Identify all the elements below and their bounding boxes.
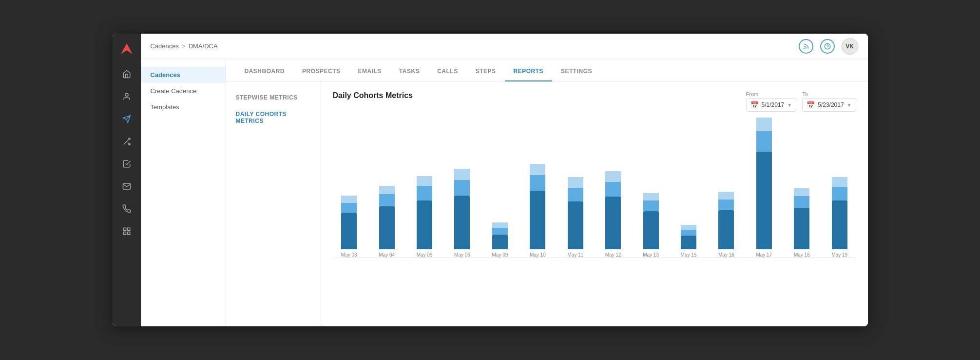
sidebar-cadences-icon[interactable] bbox=[117, 110, 136, 128]
bar-label: May 10 bbox=[530, 252, 546, 258]
bar-seg-light bbox=[794, 188, 809, 196]
bar-label: May 15 bbox=[681, 252, 697, 258]
bar-seg-light bbox=[756, 118, 772, 131]
bar-seg-light bbox=[643, 193, 659, 200]
bar-label: May 03 bbox=[341, 252, 357, 258]
sidebar-email-icon[interactable] bbox=[117, 177, 136, 196]
user-avatar[interactable]: VK bbox=[842, 38, 858, 55]
to-date-value: 5/23/2017 bbox=[818, 101, 844, 108]
bar-seg-light bbox=[718, 192, 734, 200]
bar-seg-mid bbox=[794, 196, 809, 208]
tab-settings[interactable]: SETTINGS bbox=[552, 68, 601, 81]
bar-chart: May 03May 04May 05May 06May 09May 10May … bbox=[333, 121, 856, 258]
bar-label: May 11 bbox=[567, 252, 583, 258]
to-dropdown-icon: ▼ bbox=[847, 102, 852, 108]
tab-reports[interactable]: REPORTS bbox=[505, 68, 553, 81]
sidebar-shuffle-icon[interactable] bbox=[117, 132, 136, 151]
bar-stack bbox=[492, 222, 508, 249]
bar-seg-light bbox=[379, 186, 395, 194]
bar-group: May 18 bbox=[786, 188, 818, 258]
nav-item-cadences[interactable]: Cadences bbox=[141, 67, 226, 83]
svg-marker-0 bbox=[121, 43, 133, 54]
bar-stack bbox=[379, 186, 395, 249]
from-label: From bbox=[746, 91, 797, 97]
sidebar-contacts-icon[interactable] bbox=[117, 87, 136, 106]
svg-rect-7 bbox=[127, 228, 130, 230]
subnav-daily-cohorts[interactable]: DAILY COHORTS METRICS bbox=[226, 106, 321, 129]
nav-item-create[interactable]: Create Cadence bbox=[141, 83, 226, 99]
top-actions: VK bbox=[799, 38, 858, 55]
bar-seg-mid bbox=[643, 200, 659, 211]
bar-seg-mid bbox=[718, 200, 734, 210]
tab-emails[interactable]: EMAILS bbox=[349, 68, 390, 81]
from-date-input[interactable]: 📅 5/1/2017 ▼ bbox=[746, 98, 797, 112]
bar-chart-container: May 03May 04May 05May 06May 09May 10May … bbox=[333, 121, 856, 278]
icon-sidebar bbox=[113, 34, 141, 326]
to-date-input[interactable]: 📅 5/23/2017 ▼ bbox=[802, 98, 856, 112]
sidebar-home-icon[interactable] bbox=[117, 65, 136, 83]
bar-seg-dark bbox=[530, 191, 545, 249]
report-area: STEPWISE METRICS DAILY COHORTS METRICS D… bbox=[226, 81, 868, 326]
from-dropdown-icon: ▼ bbox=[787, 102, 792, 108]
tabs-bar: DASHBOARD PROSPECTS EMAILS TASKS CALLS S… bbox=[226, 59, 868, 81]
svg-rect-9 bbox=[123, 232, 126, 235]
bar-stack bbox=[530, 164, 545, 249]
breadcrumb-separator: > bbox=[182, 42, 186, 50]
chart-header: Daily Cohorts Metrics From 📅 5/1/2017 ▼ bbox=[333, 91, 856, 112]
bar-seg-light bbox=[341, 196, 357, 203]
bar-label: May 06 bbox=[454, 252, 470, 258]
to-date-field: To 📅 5/23/2017 ▼ bbox=[802, 91, 856, 112]
bar-seg-dark bbox=[568, 201, 583, 249]
tab-dashboard[interactable]: DASHBOARD bbox=[236, 68, 294, 81]
bar-seg-dark bbox=[718, 210, 734, 249]
from-date-value: 5/1/2017 bbox=[762, 101, 785, 108]
chart-panel: Daily Cohorts Metrics From 📅 5/1/2017 ▼ bbox=[321, 81, 868, 326]
bar-group: May 04 bbox=[370, 186, 403, 258]
sidebar-phone-icon[interactable] bbox=[117, 200, 136, 218]
bar-seg-mid bbox=[756, 131, 772, 152]
bar-stack bbox=[417, 176, 432, 249]
bar-seg-light bbox=[568, 177, 583, 188]
bar-seg-dark bbox=[341, 213, 357, 249]
top-header: Cadences > DMA/DCA bbox=[141, 34, 868, 59]
bar-label: May 19 bbox=[831, 252, 847, 258]
bar-seg-mid bbox=[530, 175, 545, 191]
feed-button[interactable] bbox=[799, 39, 813, 54]
bar-seg-mid bbox=[417, 186, 432, 200]
bar-label: May 16 bbox=[718, 252, 734, 258]
bar-seg-dark bbox=[756, 152, 772, 249]
tab-calls[interactable]: CALLS bbox=[428, 68, 467, 81]
bar-group: May 09 bbox=[483, 222, 516, 258]
to-calendar-icon: 📅 bbox=[807, 101, 815, 109]
sidebar-tasks-icon[interactable] bbox=[117, 155, 136, 173]
app-logo[interactable] bbox=[119, 40, 135, 56]
subnav-stepwise[interactable]: STEPWISE METRICS bbox=[226, 89, 321, 106]
bar-seg-mid bbox=[605, 182, 621, 197]
bar-group: May 16 bbox=[710, 192, 743, 258]
bar-seg-dark bbox=[454, 196, 470, 249]
tab-steps[interactable]: STEPS bbox=[467, 68, 505, 81]
bar-group: May 11 bbox=[559, 177, 592, 258]
from-calendar-icon: 📅 bbox=[750, 101, 759, 109]
tab-tasks[interactable]: TASKS bbox=[390, 68, 428, 81]
bar-label: May 09 bbox=[492, 252, 508, 258]
bar-label: May 05 bbox=[417, 252, 433, 258]
bar-seg-light bbox=[530, 164, 545, 175]
sidebar-grid-icon[interactable] bbox=[117, 222, 136, 240]
svg-rect-8 bbox=[127, 232, 130, 235]
bar-group: May 19 bbox=[823, 177, 856, 258]
bar-stack bbox=[568, 177, 583, 249]
nav-item-templates[interactable]: Templates bbox=[141, 99, 226, 115]
tabs-and-main: DASHBOARD PROSPECTS EMAILS TASKS CALLS S… bbox=[226, 59, 868, 326]
breadcrumb-current: DMA/DCA bbox=[189, 42, 218, 50]
tab-prospects[interactable]: PROSPECTS bbox=[293, 68, 349, 81]
bar-seg-light bbox=[492, 222, 508, 228]
bar-seg-dark bbox=[492, 235, 508, 249]
breadcrumb-root[interactable]: Cadences bbox=[151, 42, 179, 50]
bar-seg-mid bbox=[492, 228, 508, 235]
to-label: To bbox=[802, 91, 856, 97]
help-button[interactable] bbox=[820, 39, 835, 54]
bar-group: May 15 bbox=[672, 225, 705, 258]
bar-seg-mid bbox=[681, 230, 696, 236]
bar-seg-dark bbox=[379, 206, 395, 249]
